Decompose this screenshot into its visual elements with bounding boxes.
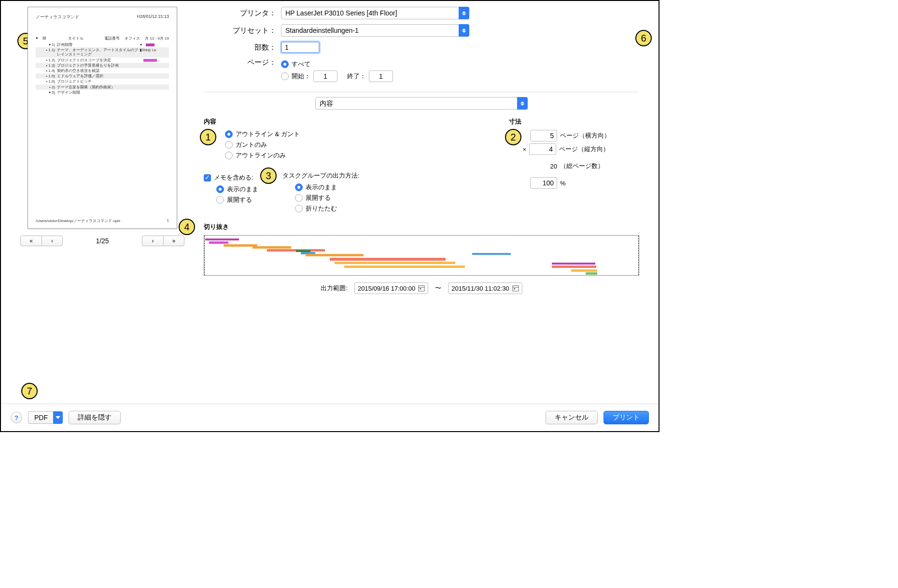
svg-rect-2 [420,288,421,290]
pages-from-input[interactable] [313,70,337,82]
cancel-button[interactable]: キャンセル [546,411,598,424]
total-pages-value: 20 [530,163,557,170]
include-notes-checkbox[interactable] [204,174,211,182]
pages-from-label: 開始： [292,72,310,81]
print-preview: ノーティラスコマンド H28/01/12 21:13 ●▤ タイトル 電話番号 … [28,7,177,229]
col-office: オフィス [125,36,143,41]
svg-rect-5 [514,288,515,290]
date-end-field[interactable]: 2015/11/30 11:02:30 [448,282,522,294]
pages-tall-input[interactable] [529,143,556,155]
last-page-button[interactable]: » [163,236,184,246]
content-gantt-only-radio[interactable] [225,141,233,149]
preview-footer-path: /Users/victor/Desktop/ノーティラスコマンド.oplx [36,218,120,224]
notes-as-shown-radio[interactable] [216,185,224,193]
date-end-value: 2015/11/30 11:02:30 [451,285,509,292]
prev-page-button[interactable]: ‹ [42,236,63,246]
pages-all-radio[interactable] [281,60,289,68]
group-expand-label: 展開する [306,194,331,202]
task-group-output-label: タスクグループの出力方法: [282,171,360,180]
first-page-button[interactable]: « [20,236,42,246]
crop-section-header: 切り抜き [204,223,639,231]
preview-timestamp: H28/01/12 21:13 [137,14,169,20]
group-expand-radio[interactable] [295,194,303,202]
col-phone: 電話番号 [104,36,123,41]
help-button[interactable]: ? [11,412,22,423]
pages-label: ページ： [204,58,281,67]
col-title: タイトル [49,36,102,41]
annotation-badge-1: 1 [200,129,216,145]
svg-rect-3 [512,286,518,291]
preview-doc-title: ノーティラスコマンド [36,14,79,20]
pdf-button-label: PDF [28,411,54,424]
content-outline-only-label: アウトラインのみ [236,151,286,160]
calendar-icon [512,285,519,292]
svg-rect-0 [419,286,424,291]
output-range-label: 出力範囲: [321,284,348,293]
panel-select[interactable]: 内容 [315,97,528,110]
chevron-down-icon [53,411,63,424]
preset-label: プリセット： [204,26,281,35]
content-outline-only-radio[interactable] [225,152,233,159]
annotation-badge-3: 3 [260,168,277,184]
notes-as-shown-label: 表示のまま [227,185,258,194]
printer-label: プリンタ： [204,9,281,18]
group-as-shown-radio[interactable] [295,183,303,191]
annotation-badge-4: 4 [179,219,195,235]
pages-wide-input[interactable] [530,130,557,141]
total-pages-label: （総ページ数） [560,162,604,170]
dimensions-section-header: 寸法 [509,117,639,126]
printer-select[interactable]: HP LaserJet P3010 Series [4th Floor] [281,7,469,19]
group-as-shown-label: 表示のまま [306,183,337,192]
pages-to-label: 終了： [347,72,366,81]
dropdown-caret-icon [459,7,469,19]
hide-details-button[interactable]: 詳細を隠す [69,411,121,424]
dropdown-caret-icon [517,97,528,110]
preview-footer-page: 1 [167,218,169,224]
notes-expand-label: 展開する [227,196,252,204]
print-button[interactable]: プリント [603,411,649,424]
pages-to-input[interactable] [369,70,393,82]
multiply-symbol: × [521,146,526,153]
copies-input[interactable] [281,42,320,53]
copies-label: 部数： [204,43,281,52]
content-outline-gantt-label: アウトライン & ガント [236,130,300,139]
date-start-value: 2015/09/16 17:00:00 [358,285,415,292]
tilde-separator: 〜 [435,284,441,293]
pages-wide-label: ページ（横方向） [560,131,610,140]
notes-expand-radio[interactable] [216,196,224,204]
annotation-badge-6: 6 [635,30,652,46]
calendar-icon [418,285,425,292]
pages-all-label: すべて [292,60,310,69]
date-start-field[interactable]: 2015/09/16 17:00:00 [354,282,428,294]
include-notes-label: メモを含める: [214,173,253,182]
group-collapse-radio[interactable] [295,205,303,212]
pages-range-radio[interactable] [281,72,289,80]
content-section-header: 内容 [204,117,485,126]
dropdown-caret-icon [459,24,469,37]
pdf-menu-button[interactable]: PDF [28,411,63,424]
preset-select[interactable]: Standardeinstellungen-1 [281,24,469,37]
next-page-button[interactable]: › [142,236,163,246]
content-gantt-only-label: ガントのみ [236,140,267,149]
col-dates: 月 13 - 9月 19 [145,36,169,41]
pages-tall-label: ページ（縦方向） [559,145,609,154]
annotation-badge-2: 2 [505,129,521,145]
crop-gantt-preview[interactable] [204,235,639,276]
page-indicator: 1/25 [96,237,109,245]
annotation-badge-7: 7 [21,383,38,399]
group-collapse-label: 折りたたむ [306,204,337,213]
scale-input[interactable] [530,177,557,189]
percent-label: % [560,180,566,187]
content-outline-gantt-radio[interactable] [225,130,233,138]
